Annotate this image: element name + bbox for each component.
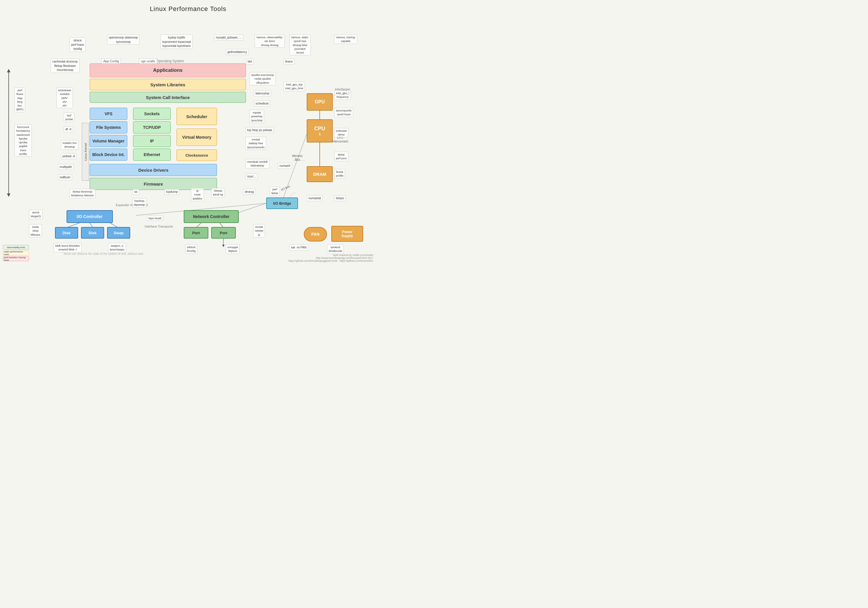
intel-gpu-top-tools: intel_gpu_top intel_gpu_time	[284, 82, 305, 91]
nicstat-tools: nicstat netstat ip	[253, 224, 265, 237]
vmstat-tools: vmstat slabtop free /proc/meminfo	[245, 137, 266, 150]
storcli-tools: storcli MegaCli	[29, 210, 43, 219]
lspci-tools: lspci lsusb	[147, 215, 163, 221]
numastat-tools: numastat	[307, 195, 322, 201]
device-drivers-layer: Device Drivers	[90, 164, 217, 176]
svg-line-8	[68, 223, 79, 227]
ugc-label: ugc ucalls	[139, 59, 157, 64]
ss-tools: ss	[133, 189, 139, 195]
diagram-container: Applications System Libraries System Cal…	[0, 16, 376, 264]
swap-box: Swap	[107, 227, 130, 239]
footer-url: http://www.brendangregg.com/linuxperf.ht…	[288, 257, 373, 260]
legend-perf-tracing: perf-tools/bcc tracing tools	[3, 257, 29, 261]
snmpget-tools: snmpget lldptool	[226, 244, 240, 254]
footer-style: style inspired by reddit.com/u/redct	[288, 253, 373, 257]
gethostlatency-tools: gethostlatency	[226, 49, 249, 55]
vfs-layer: VFS	[90, 108, 127, 120]
ldd-tools: ldd	[246, 59, 253, 65]
tcptop-tools: tcptop tcplife tcpconnect tcpaccept tcpc…	[161, 34, 193, 49]
legend-observability: observability tools	[3, 245, 29, 250]
mdadm-tools: mdadm lvm dmsetup	[61, 140, 78, 150]
gpu-box: GPU	[307, 93, 333, 110]
netstat-tools: netstat iptraf-ng	[211, 188, 225, 197]
svg-line-7	[239, 203, 266, 213]
clocksource-layer: Clocksource	[177, 149, 217, 161]
syscall-layer: System Call Interface	[90, 92, 246, 103]
svg-line-9	[90, 223, 93, 227]
dram-box: DRAM	[307, 166, 333, 182]
lsof-tools: lsof pcstat	[64, 113, 74, 122]
opensnoop-tools: opensnoop statsnoop syncsnoop	[107, 34, 140, 45]
filesystems-layer: File Systems	[90, 121, 127, 134]
footer-link1: https://github.com/brendangregg/perf-too…	[288, 260, 373, 262]
fan-box: FAN	[304, 227, 327, 241]
port1-box: Port	[184, 227, 208, 239]
footer-links: style inspired by reddit.com/u/redct htt…	[288, 253, 373, 262]
port2-box: Port	[211, 227, 236, 239]
perf-ftrace-tools: perf ftrace stap lttng bcc (BPF)	[14, 87, 25, 112]
legend-perf-box: perf-tools/bcc tracing tools	[3, 257, 29, 261]
tcpudp-layer: TCP/UDP	[133, 121, 171, 134]
mdflush-tools: mdflush	[58, 174, 72, 180]
mysqld-tools: mysqld_qslower, ...	[214, 34, 243, 40]
df-tools: df -h	[64, 126, 73, 132]
llcstat-tools: llcstat profile	[334, 169, 345, 179]
scheduler-layer: Scheduler	[177, 108, 217, 125]
various-static-tools: Various, static: sysctl /sys dmesg lshw …	[289, 34, 311, 55]
appconfig-label: App Config	[101, 59, 121, 64]
linux-kernel-label: Linux Kernel	[82, 123, 89, 181]
svg-line-10	[110, 223, 117, 227]
perf-tiptop-tools: perf tiptop	[270, 187, 280, 196]
sockets-layer: Sockets	[133, 108, 171, 120]
disk2-box: Disk	[81, 227, 104, 239]
latencytop-tools: latencytop	[254, 90, 271, 96]
intel-gpu-freq-tools: intel_gpu_\ frequency	[334, 90, 351, 100]
multipath-tools: multipath	[58, 164, 74, 170]
sar-fan-tools: sar -m FAN	[289, 244, 308, 250]
power-supply-box: Power Supply	[331, 226, 363, 242]
svg-line-11	[197, 223, 201, 227]
static-description: these can observe the state of the syste…	[64, 252, 143, 255]
io-bridge-box: I/O Bridge	[266, 197, 298, 209]
ltrace-tools: ltrace	[284, 59, 294, 65]
virtual-memory-layer: Virtual Memory	[177, 129, 217, 146]
schedtool-tools: schedtool	[254, 101, 270, 107]
iostat-tools: iostat iotop blktrace	[29, 224, 42, 237]
legend-obs-box: observability tools	[3, 245, 29, 250]
ip-layer: IP	[133, 135, 171, 147]
system-libraries-layer: System Libraries	[90, 79, 246, 90]
hardirqs-tools: hardirqs ttysnoop	[133, 198, 146, 208]
memory-bus-label: Memory Bus	[292, 154, 303, 162]
io-controller-box: I/O Controller	[67, 210, 113, 223]
io-bus-label: I/O Bus	[281, 184, 290, 191]
dmesg-tools: dmesg	[243, 189, 256, 195]
cpu-box: CPU 1	[307, 119, 333, 142]
lstopo-tools: lstopo	[334, 195, 346, 201]
legend-static-box: static performance tools	[3, 251, 29, 255]
legend-static: static performance tools	[3, 251, 29, 255]
biotop-tools: biotop biosnoop biolatency bitesize	[70, 189, 96, 198]
volume-manager-layer: Volume Manager	[90, 135, 127, 147]
proc-cpuinfo-tools: /proc/cpuinfo cpuid lscpu	[334, 108, 353, 117]
ext4-tools: ext4slower ext4dist btrfs* xfs* zfs*	[56, 87, 73, 108]
pidstat-tools: pidstat -d	[61, 153, 77, 159]
network-controller-box: Network Controller	[184, 210, 239, 223]
svg-line-12	[220, 223, 223, 227]
ip-route-tools: ip route iptables	[191, 188, 204, 201]
cachestat-tools: cachestat dcsnoop filetop fileslower mou…	[51, 59, 79, 73]
ethernet-layer: Ethernet	[133, 149, 171, 161]
mpstat-tools: mpstat powertop /proc/stat	[250, 110, 264, 123]
strace-tools: strace perf trace sysdig	[70, 37, 86, 52]
disk1-box: Disk	[55, 227, 78, 239]
cpudist-tools: cpudist execsnoop runlat cpudist offcput…	[250, 72, 276, 86]
interface-transports-label: Interface Transports	[145, 225, 173, 228]
sys-tools: /sys/...	[245, 173, 257, 179]
funccount-tools: funccount funclatency stackcount kprobe …	[14, 124, 32, 157]
turbostat-tools: turbostat rdmsr	[334, 128, 348, 137]
various-obs-tools: Various, observability: sar /proc dmesg …	[254, 34, 285, 48]
numactl-tools: numactl	[278, 163, 292, 169]
memleak-tools: memleak oomkill slabratetop	[245, 159, 270, 168]
ipmitool-tools: ipmitool dmidecode	[327, 244, 344, 254]
ethtool-tools: ethtool ifconfig	[185, 244, 197, 254]
tiptop-tools: tiptop perf pcm	[334, 152, 348, 161]
